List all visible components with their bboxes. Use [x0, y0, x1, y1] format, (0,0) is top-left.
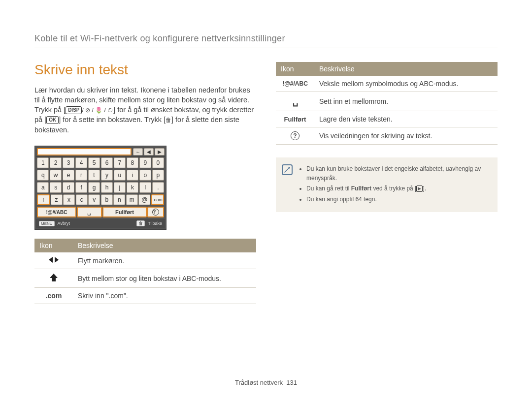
desc-cell: Lagre den viste teksten. [314, 111, 498, 127]
ok-icon: OK [46, 116, 59, 124]
table-row: Bytt mellom stor og liten bokstav i ABC-… [34, 269, 256, 288]
key[interactable]: t [88, 170, 100, 181]
table-row: ? Vis veiledningen for skriving av tekst… [276, 127, 498, 145]
key[interactable]: c [76, 194, 88, 205]
key[interactable]: @ [138, 194, 150, 205]
menu-tag: MENU [39, 221, 55, 226]
key[interactable]: w [50, 170, 62, 181]
key[interactable]: 6 [101, 157, 113, 168]
key[interactable]: d [63, 182, 74, 193]
key[interactable]: o [139, 170, 151, 181]
note-item: Du kan kun bruke bokstaver i det engelsk… [306, 164, 490, 183]
intro-paragraph: Lær hvordan du skriver inn tekst. Ikonen… [34, 85, 256, 135]
onscreen-keyboard: ← ◀ ▶ 1 2 3 4 5 6 7 8 9 0 q [34, 146, 166, 230]
para-text: ] for å sette inn bokstaven. Trykk [ [59, 116, 166, 123]
th-icon: Ikon [34, 239, 73, 252]
th-icon: Ikon [276, 62, 314, 76]
icon-table-left: Ikon Beskrivelse Flytt markøren. Bytt me… [34, 239, 256, 304]
key[interactable]: 4 [75, 157, 87, 168]
key[interactable]: 2 [50, 157, 62, 168]
key[interactable]: p [152, 170, 164, 181]
shift-arrow-icon [34, 269, 73, 288]
mode-icon: !@#/ABC [276, 76, 314, 92]
page-footer: Trådløst nettverk 131 [0, 379, 532, 386]
key[interactable]: a [37, 182, 49, 193]
key[interactable]: h [101, 182, 113, 193]
key[interactable]: 0 [152, 157, 164, 168]
note-box: Du kan kun bruke bokstaver i det engelsk… [276, 157, 498, 212]
shift-key[interactable]: ↑ [37, 194, 50, 205]
key[interactable]: f [75, 182, 87, 193]
key[interactable]: q [37, 170, 49, 181]
table-row: !@#/ABC Veksle mellom symbolmodus og ABC… [276, 76, 498, 92]
key[interactable]: 3 [63, 157, 74, 168]
key[interactable]: u [114, 170, 126, 181]
keyboard-right-icon[interactable]: ▶ [155, 148, 165, 155]
status-back: Tilbake [148, 221, 162, 226]
key[interactable]: b [101, 194, 113, 205]
dotcom-key[interactable]: .com [151, 194, 164, 205]
key[interactable]: k [127, 182, 138, 193]
key[interactable]: v [88, 194, 100, 205]
key[interactable]: m [126, 194, 138, 205]
key[interactable]: e [63, 170, 74, 181]
desc-cell: Skriv inn ".com". [73, 288, 256, 304]
svg-marker-1 [55, 257, 59, 263]
desc-cell: Vis veiledningen for skriving av tekst. [314, 127, 498, 145]
desc-cell: Sett inn et mellomrom. [314, 92, 498, 111]
keyboard-back-icon[interactable]: ← [133, 148, 143, 155]
note-list: Du kan kun bruke bokstaver i det engelsk… [299, 164, 490, 205]
desc-cell: Bytt mellom stor og liten bokstav i ABC-… [73, 269, 256, 288]
play-icon: ▶ [416, 185, 423, 192]
svg-marker-0 [49, 257, 53, 263]
key[interactable]: r [75, 170, 87, 181]
th-desc: Beskrivelse [73, 239, 256, 252]
key[interactable]: 5 [88, 157, 100, 168]
table-row: Fullført Lagre den viste teksten. [276, 111, 498, 127]
dotcom-icon: .com [34, 288, 73, 304]
right-column: Ikon Beskrivelse !@#/ABC Veksle mellom s… [276, 62, 498, 304]
arrows-icon [34, 252, 73, 269]
key[interactable]: y [101, 170, 113, 181]
key[interactable]: 9 [139, 157, 151, 168]
footer-label: Trådløst nettverk [235, 379, 283, 386]
key[interactable]: 8 [127, 157, 138, 168]
note-item: Du kan angi opptil 64 tegn. [306, 195, 490, 204]
section-heading: Skrive inn tekst [34, 62, 256, 78]
left-column: Skrive inn tekst Lær hvordan du skriver … [34, 62, 256, 304]
key[interactable]: l [139, 182, 151, 193]
key[interactable]: i [127, 170, 138, 181]
key[interactable]: 7 [114, 157, 126, 168]
table-row: ␣ Sett inn et mellomrom. [276, 92, 498, 111]
desc-cell: Veksle mellom symbolmodus og ABC-modus. [314, 76, 498, 92]
footer-page: 131 [286, 379, 297, 386]
key[interactable]: s [50, 182, 62, 193]
space-key[interactable]: ␣ [77, 207, 101, 217]
help-key[interactable]: ? [147, 207, 164, 217]
keyboard-text-field[interactable] [37, 148, 132, 155]
table-row: Flytt markøren. [34, 252, 256, 269]
nav-icons-group: / ⊘ / 🌷 / ⏲ [82, 106, 113, 115]
done-icon: Fullført [276, 111, 314, 127]
icon-table-right: Ikon Beskrivelse !@#/ABC Veksle mellom s… [276, 62, 498, 145]
note-icon [282, 164, 293, 175]
key[interactable]: n [113, 194, 125, 205]
desc-cell: Flytt markøren. [73, 252, 256, 269]
th-desc: Beskrivelse [314, 62, 498, 76]
svg-marker-2 [50, 274, 58, 281]
keyboard-left-icon[interactable]: ◀ [144, 148, 154, 155]
key[interactable]: z [51, 194, 63, 205]
done-key[interactable]: Fullført [102, 207, 147, 217]
key[interactable]: j [114, 182, 126, 193]
key[interactable]: g [88, 182, 100, 193]
key[interactable]: x [63, 194, 75, 205]
space-icon: ␣ [276, 92, 314, 111]
key[interactable]: 1 [37, 157, 49, 168]
help-icon: ? [276, 127, 314, 145]
page-header: Koble til et Wi-Fi-nettverk og konfigure… [34, 33, 498, 48]
mode-key[interactable]: !@#/ABC [37, 207, 76, 217]
trash-icon: 🗑 [136, 220, 145, 226]
key[interactable]: . [152, 182, 164, 193]
table-row: .com Skriv inn ".com". [34, 288, 256, 304]
note-item: Du kan gå rett til Fullført ved å trykke… [306, 184, 490, 193]
